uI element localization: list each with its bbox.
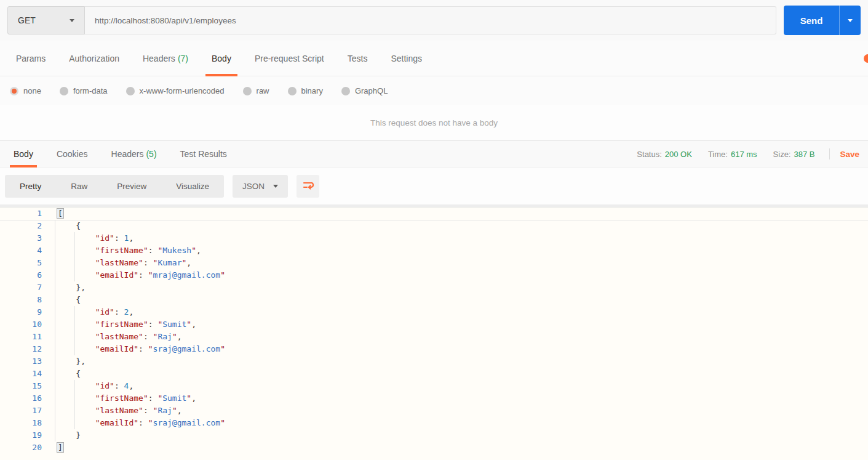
wrap-text-button[interactable] (297, 175, 319, 198)
code-line[interactable]: 5 "lastName": "Kumar", (0, 257, 868, 269)
request-tab-params[interactable]: Params (9, 41, 53, 76)
request-tab-tests[interactable]: Tests (340, 41, 375, 76)
code-line[interactable]: 10 "firstName": "Sumit", (0, 318, 868, 331)
tab-label: Params (16, 54, 46, 63)
request-tab-headers[interactable]: Headers(7) (135, 41, 196, 76)
code-line[interactable]: 14 { (0, 368, 868, 380)
meta-divider (829, 148, 830, 159)
meta-status: Status:200 OK (637, 150, 692, 159)
code-text: "id": 1, (42, 232, 133, 244)
code-text: "id": 4, (42, 380, 133, 392)
code-line[interactable]: 17 "lastName": "Raj", (0, 405, 868, 417)
tab-count: (5) (146, 149, 156, 159)
code-text: "lastName": "Raj", (42, 331, 182, 343)
code-line[interactable]: 20] (0, 442, 868, 454)
code-text: "emailId": "mraj@gmail.com" (42, 269, 225, 281)
code-text: "emailId": "sraj@gmail.com" (42, 417, 225, 429)
code-line[interactable]: 18 "emailId": "sraj@gmail.com" (0, 417, 868, 429)
method-label: GET (18, 15, 36, 25)
code-line[interactable]: 4 "firstName": "Mukesh", (0, 244, 868, 257)
url-input[interactable]: http://localhost:8080/api/v1/employees (85, 6, 776, 34)
request-tab-authorization[interactable]: Authorization (62, 41, 127, 76)
radio-icon (288, 87, 297, 95)
code-text: "firstName": "Sumit", (42, 318, 196, 331)
request-tab-settings[interactable]: Settings (383, 41, 429, 76)
response-tab-cookies[interactable]: Cookies (52, 141, 93, 167)
view-pretty[interactable]: Pretty (5, 175, 56, 198)
code-line[interactable]: 19 } (0, 429, 868, 442)
method-select[interactable]: GET (7, 6, 85, 34)
body-type-none[interactable]: none (10, 86, 41, 95)
empty-body-message: This request does not have a body (0, 105, 868, 140)
code-line[interactable]: 7 }, (0, 281, 868, 294)
request-tab-body[interactable]: Body (204, 41, 239, 76)
code-text: "firstName": "Mukesh", (42, 244, 201, 257)
line-number: 1 (0, 208, 42, 220)
response-editor[interactable]: 1[2 {3 "id": 1,4 "firstName": "Mukesh",5… (0, 204, 868, 460)
code-text: { (42, 294, 81, 306)
code-line[interactable]: 8 { (0, 294, 868, 306)
view-raw[interactable]: Raw (56, 175, 102, 198)
tab-label: Tests (348, 54, 368, 63)
tab-label: Body (14, 149, 33, 159)
response-tab-test-results[interactable]: Test Results (175, 141, 232, 167)
tab-label: Pre-request Script (255, 54, 324, 63)
meta-label: Size: (773, 150, 791, 159)
response-toolbar: PrettyRawPreviewVisualize JSON (0, 167, 868, 204)
tab-label: Cookies (57, 149, 88, 159)
radio-label: form-data (73, 86, 108, 95)
editor-body: 1[2 {3 "id": 1,4 "firstName": "Mukesh",5… (0, 208, 868, 454)
meta-value: 200 OK (665, 150, 692, 159)
send-button[interactable]: Send (784, 6, 839, 35)
comment-badge-icon[interactable] (864, 54, 868, 63)
meta-value: 617 ms (731, 150, 757, 159)
code-line[interactable]: 9 "id": 2, (0, 306, 868, 318)
code-line[interactable]: 12 "emailId": "sraj@gmail.com" (0, 343, 868, 355)
line-number: 16 (0, 392, 42, 405)
line-number: 6 (0, 269, 42, 281)
line-number: 3 (0, 232, 42, 244)
tab-label: Headers (143, 54, 175, 63)
body-type-x-www-form-urlencoded[interactable]: x-www-form-urlencoded (126, 86, 225, 95)
wrap-text-icon (302, 180, 314, 192)
body-type-row: noneform-datax-www-form-urlencodedrawbin… (0, 76, 868, 105)
response-tabs: BodyCookiesHeaders(5)Test Results (9, 141, 245, 167)
code-line[interactable]: 6 "emailId": "mraj@gmail.com" (0, 269, 868, 281)
tab-label: Headers (111, 149, 144, 159)
response-tab-headers[interactable]: Headers(5) (106, 141, 162, 167)
line-number: 20 (0, 442, 42, 454)
radio-icon (243, 87, 252, 95)
save-response-link[interactable]: Save (840, 150, 859, 159)
line-number: 9 (0, 306, 42, 318)
line-number: 4 (0, 244, 42, 257)
code-text: "firstName": "Sumit", (42, 392, 196, 405)
tab-label: Settings (391, 54, 422, 63)
code-line[interactable]: 11 "lastName": "Raj", (0, 331, 868, 343)
meta-value: 387 B (794, 150, 814, 159)
radio-icon (60, 87, 68, 95)
response-tab-body[interactable]: Body (9, 141, 38, 167)
chevron-down-icon (70, 19, 74, 22)
code-line[interactable]: 15 "id": 4, (0, 380, 868, 392)
code-line[interactable]: 3 "id": 1, (0, 232, 868, 244)
tab-label: Body (212, 54, 231, 63)
send-options-button[interactable] (839, 6, 861, 35)
code-line[interactable]: 16 "firstName": "Sumit", (0, 392, 868, 405)
code-text: }, (42, 355, 86, 368)
code-line[interactable]: 13 }, (0, 355, 868, 368)
language-select[interactable]: JSON (233, 175, 288, 198)
body-type-raw[interactable]: raw (243, 86, 269, 95)
view-preview[interactable]: Preview (102, 175, 161, 198)
request-tab-pre-request-script[interactable]: Pre-request Script (247, 41, 332, 76)
code-line[interactable]: 2 { (0, 220, 868, 232)
code-text: "emailId": "sraj@gmail.com" (42, 343, 225, 355)
body-type-graphql[interactable]: GraphQL (341, 86, 388, 95)
line-number: 18 (0, 417, 42, 429)
tab-count: (7) (178, 54, 188, 63)
body-type-form-data[interactable]: form-data (60, 86, 108, 95)
code-line[interactable]: 1[ (0, 208, 868, 220)
code-text: "lastName": "Raj", (42, 405, 182, 417)
view-visualize[interactable]: Visualize (161, 175, 224, 198)
code-text: { (42, 368, 81, 380)
body-type-binary[interactable]: binary (288, 86, 323, 95)
